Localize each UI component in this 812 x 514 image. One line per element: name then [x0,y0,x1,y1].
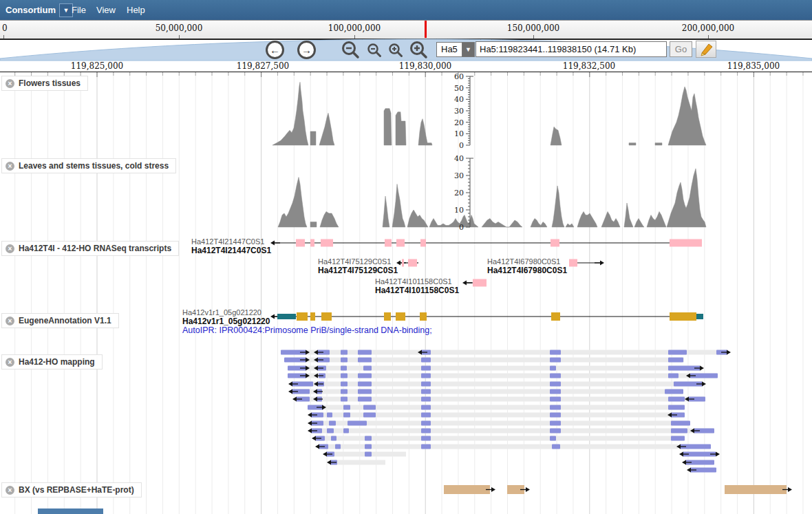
track-label-wiggle: ×Leaves and stems tissues, cold stress [1,158,176,173]
track-label-blocks: ×BX (vs REPBASE+HaTE-prot) [1,482,142,497]
feature-name-small: Ha412T4I75129C0S1 [318,257,391,266]
close-track-icon[interactable]: × [6,79,14,88]
track-label-wiggle: ×Flowers tissues [1,76,88,91]
track-label-text: Ha412-HO mapping [19,357,95,367]
close-track-icon[interactable]: × [6,162,14,171]
track-label-text: Flowers tissues [19,78,81,88]
feature-name-bold: Ha412T4I75129C0S1 [318,266,398,275]
track-label-genes: ×EugeneAnnotation V1.1 [1,313,119,328]
track-label-text: BX (vs REPBASE+HaTE-prot) [19,485,134,495]
close-track-icon[interactable]: × [6,317,14,325]
feature-name-small: Ha412v1r1_05g021220 [182,308,261,317]
feature-name-small: Ha412T4I101158C0S1 [375,277,452,286]
feature-name-bold: Ha412T4I101158C0S1 [375,286,459,295]
genome-browser-window: Consortium ▼ FileViewHelp 050,000,000100… [0,0,812,514]
feature-name-bold: Ha412v1r1_05g021220 [182,317,270,326]
track-label-text: EugeneAnnotation V1.1 [19,316,111,325]
close-track-icon[interactable]: × [6,358,14,367]
close-track-icon[interactable]: × [6,244,14,253]
feature-name-bold: Ha412T4I67980C0S1 [487,266,567,275]
feature-name-small: Ha412T4I67980C0S1 [487,257,560,266]
feature-annotation-note: AutoIPR: IPR000424:Primosome PriB/single… [182,325,432,335]
partial-bottom-bar [38,508,103,514]
track-label-text: Ha412T4I - 412-HO RNASeq transcripts [19,244,171,253]
close-track-icon[interactable]: × [6,486,14,495]
track-label-genes: ×Ha412T4I - 412-HO RNASeq transcripts [1,241,179,256]
feature-name-bold: Ha412T4I21447C0S1 [191,246,271,255]
track-label-text: Leaves and stems tissues, cold stress [19,161,169,171]
overview-position-marker [425,21,427,38]
labels-layer: ×Flowers tissues×Leaves and stems tissue… [0,0,812,514]
track-label-reads: ×Ha412-HO mapping [1,354,103,370]
feature-name-small: Ha412T4I21447C0S1 [191,237,264,246]
